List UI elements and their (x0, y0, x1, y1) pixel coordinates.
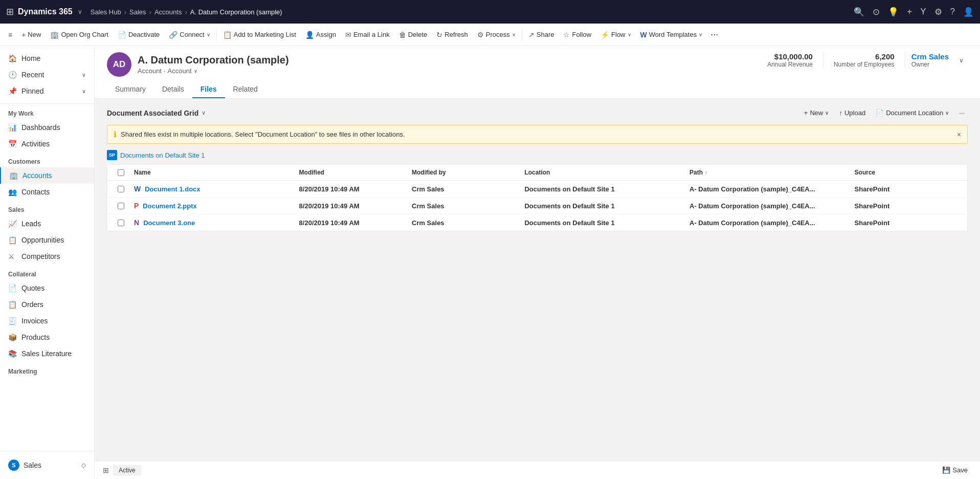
sidebar-footer-pin-icon[interactable]: ◇ (81, 462, 86, 469)
flow-button[interactable]: ⚡ Flow ∨ (596, 29, 635, 41)
owner-name[interactable]: Crm Sales (911, 52, 949, 61)
doc1-link[interactable]: Document 1.docx (145, 185, 200, 193)
tabs: Summary Details Files Related (107, 81, 968, 98)
table-row: W Document 1.docx 8/20/2019 10:49 AM Crm… (107, 181, 967, 198)
help-icon[interactable]: ? (950, 7, 955, 17)
breadcrumb-sales-hub[interactable]: Sales Hub (91, 8, 121, 16)
more-commands-button[interactable]: ··· (707, 27, 721, 42)
breadcrumb: Sales Hub › Sales › Accounts › A. Datum … (91, 8, 282, 16)
connect-button[interactable]: 🔗 Connect ∨ (165, 29, 214, 41)
sidebar-item-home[interactable]: 🏠 Home (0, 50, 94, 67)
sidebar-item-activities[interactable]: 📅 Activities (0, 136, 94, 152)
tab-related[interactable]: Related (225, 81, 266, 98)
my-work-section-label: My Work (0, 104, 94, 119)
sidebar-item-dashboards[interactable]: 📊 Dashboards (0, 119, 94, 136)
col-header-modified[interactable]: Modified (295, 165, 408, 180)
doc3-link[interactable]: Document 3.one (143, 219, 195, 227)
ppt-file-icon: P (134, 202, 139, 210)
toggle-sidebar-button[interactable]: ≡ (4, 29, 16, 41)
document-location-button[interactable]: 📄 Document Location ∨ (873, 107, 952, 119)
row-checkbox-1[interactable] (112, 186, 130, 192)
sidebar-item-accounts[interactable]: 🏢 Accounts (0, 167, 94, 184)
follow-button[interactable]: ☆ Follow (559, 29, 595, 41)
row-checkbox-2[interactable] (112, 203, 130, 209)
row-select-1[interactable] (118, 186, 124, 192)
open-org-chart-label: Open Org Chart (61, 31, 108, 38)
sidebar-item-orders[interactable]: 📋 Orders (0, 296, 94, 313)
col-header-modifiedby[interactable]: Modified by (408, 165, 520, 180)
delete-button[interactable]: 🗑 Delete (395, 29, 432, 41)
filter-icon[interactable]: Y (920, 7, 926, 17)
doc2-link[interactable]: Document 2.pptx (143, 202, 196, 210)
user-icon[interactable]: 👤 (963, 7, 974, 17)
settings-icon[interactable]: ⚙ (934, 7, 942, 17)
row-select-2[interactable] (118, 203, 124, 209)
sharepoint-icon: SP (107, 150, 117, 160)
process-icon: ⚙ (477, 31, 484, 39)
tab-details[interactable]: Details (154, 81, 192, 98)
word-templates-button[interactable]: W Word Templates ∨ (636, 29, 707, 41)
sidebar-toggle-icon: ≡ (8, 31, 12, 39)
process-button[interactable]: ⚙ Process ∨ (473, 29, 520, 41)
grid-header-right: + New ∨ ↑ Upload 📄 Document Location ∨ ·… (801, 107, 968, 119)
bing-icon[interactable]: ⊙ (873, 7, 880, 17)
sharepoint-link[interactable]: SP Documents on Default Site 1 (107, 150, 968, 160)
sidebar-item-pinned[interactable]: 📌 Pinned ∨ (0, 83, 94, 99)
tab-files[interactable]: Files (192, 81, 225, 98)
annual-revenue-block: $10,000.00 Annual Revenue (757, 52, 823, 68)
add-to-marketing-button[interactable]: 📋 Add to Marketing List (219, 29, 300, 41)
doc2-path: A- Datum Corporation (sample)_C4EA... (685, 198, 851, 214)
new-button[interactable]: + New (17, 29, 45, 41)
doc2-location: Documents on Default Site 1 (520, 198, 685, 214)
col-header-name[interactable]: Name (130, 165, 295, 180)
onenote-file-icon: N (134, 219, 139, 227)
select-all-input[interactable] (118, 169, 124, 176)
brand-chevron-icon[interactable]: ∨ (78, 8, 82, 15)
sidebar-item-sales-literature[interactable]: 📚 Sales Literature (0, 345, 94, 362)
row-checkbox-3[interactable] (112, 220, 130, 226)
doc3-modifiedby: Crm Sales (408, 215, 520, 231)
col-header-path[interactable]: Path ↑ (685, 165, 851, 180)
warning-close-button[interactable]: × (957, 130, 961, 139)
sidebar-item-opportunities[interactable]: 📋 Opportunities (0, 232, 94, 248)
deactivate-button[interactable]: 📄 Deactivate (114, 29, 164, 41)
record-subtype-chevron[interactable]: ∨ (194, 68, 197, 74)
grid-new-button[interactable]: + New ∨ (801, 107, 832, 119)
email-link-button[interactable]: ✉ Email a Link (341, 29, 394, 41)
grid-more-button[interactable]: ··· (956, 107, 968, 119)
share-button[interactable]: ↗ Share (524, 29, 559, 41)
select-all-checkbox[interactable] (112, 169, 130, 176)
grid-title-chevron[interactable]: ∨ (202, 110, 206, 116)
open-org-chart-button[interactable]: 🏢 Open Org Chart (46, 29, 113, 41)
refresh-button[interactable]: ↻ Refresh (432, 29, 472, 41)
save-button[interactable]: 💾 Save (938, 464, 972, 476)
col-header-location[interactable]: Location (520, 165, 685, 180)
search-icon[interactable]: 🔍 (854, 7, 864, 17)
waffle-icon[interactable]: ⊞ (6, 6, 14, 17)
breadcrumb-accounts[interactable]: Accounts (154, 8, 182, 16)
record-meta-chevron[interactable]: ∨ (955, 57, 968, 64)
upload-button[interactable]: ↑ Upload (836, 107, 868, 119)
breadcrumb-sales[interactable]: Sales (129, 8, 146, 16)
col-header-source[interactable]: Source (851, 165, 963, 180)
lightbulb-icon[interactable]: 💡 (888, 7, 899, 17)
record-header-top: AD A. Datum Corporation (sample) Account… (107, 52, 968, 77)
sidebar-item-products[interactable]: 📦 Products (0, 329, 94, 345)
sidebar-footer-item[interactable]: S Sales ◇ (0, 455, 94, 475)
row-select-3[interactable] (118, 220, 124, 226)
sidebar-item-quotes[interactable]: 📄 Quotes (0, 280, 94, 296)
expand-icon[interactable]: ⊞ (103, 466, 109, 474)
assign-button[interactable]: 👤 Assign (301, 29, 340, 41)
doc1-modified: 8/20/2019 10:49 AM (295, 181, 408, 197)
tab-summary[interactable]: Summary (107, 81, 154, 98)
sidebar-item-leads[interactable]: 📈 Leads (0, 215, 94, 232)
sidebar-item-recent[interactable]: 🕐 Recent ∨ (0, 67, 94, 83)
plus-icon[interactable]: + (907, 7, 912, 17)
share-icon: ↗ (528, 31, 534, 39)
sidebar-item-contacts[interactable]: 👥 Contacts (0, 184, 94, 200)
employees-value: 6,200 (834, 52, 895, 61)
document-grid: Name Modified Modified by Location Path … (107, 164, 968, 231)
sidebar-item-invoices[interactable]: 🧾 Invoices (0, 313, 94, 329)
sidebar-item-competitors[interactable]: ⚔ Competitors (0, 248, 94, 265)
sidebar: 🏠 Home 🕐 Recent ∨ 📌 Pinned ∨ My Work 📊 D… (0, 46, 95, 479)
